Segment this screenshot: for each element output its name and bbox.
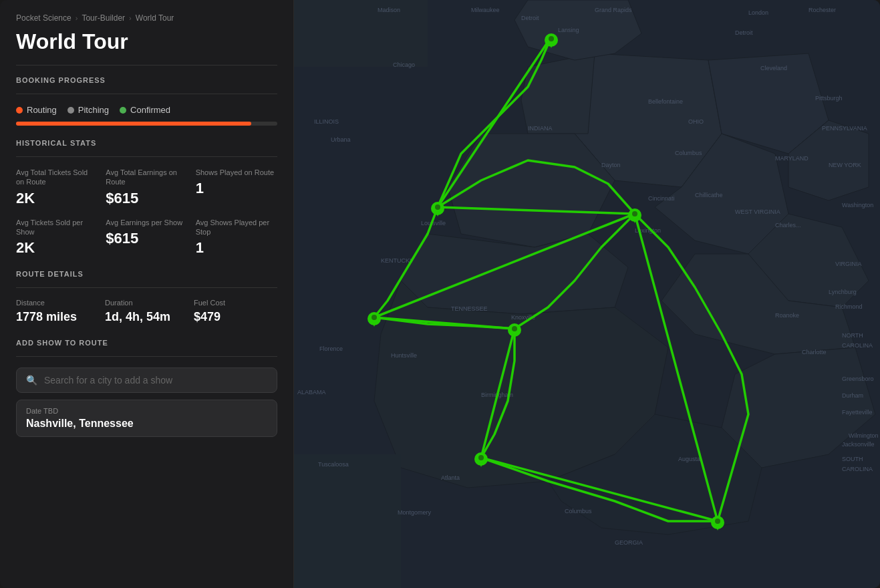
svg-text:Columbus: Columbus — [565, 508, 592, 514]
search-icon: 🔍 — [26, 375, 37, 386]
svg-rect-15 — [294, 0, 428, 67]
svg-text:Jacksonville: Jacksonville — [842, 441, 875, 448]
svg-text:Columbus: Columbus — [675, 150, 702, 156]
svg-text:Montgomery: Montgomery — [398, 509, 432, 516]
svg-text:Lansing: Lansing — [558, 27, 579, 33]
booking-progress-title: BOOKING PROGRESS — [16, 76, 277, 84]
svg-text:Richmond: Richmond — [835, 303, 863, 310]
svg-text:SOUTH: SOUTH — [842, 456, 863, 462]
add-show-divider — [16, 356, 277, 357]
confirmed-dot — [120, 107, 126, 114]
svg-text:Urbana: Urbana — [331, 136, 351, 143]
route-details-section: ROUTE DETAILS Distance 1778 miles Durati… — [16, 270, 277, 325]
stat-avg-shows-per-stop: Avg Shows Played per Stop 1 — [196, 218, 277, 257]
svg-point-77 — [435, 204, 440, 210]
route-details-title: ROUTE DETAILS — [16, 270, 277, 278]
stats-grid: Avg Total Tickets Sold on Route 2K Avg T… — [16, 168, 277, 257]
routing-label: Routing — [27, 105, 57, 115]
svg-text:Huntsville: Huntsville — [391, 352, 417, 359]
svg-point-86 — [512, 326, 517, 331]
svg-point-83 — [372, 315, 377, 320]
routing-dot — [16, 107, 23, 114]
route-duration-label: Duration — [105, 299, 188, 307]
page-title: World Tour — [16, 29, 277, 54]
svg-marker-3 — [448, 134, 615, 247]
svg-text:Bellefontaine: Bellefontaine — [648, 98, 683, 105]
booking-divider — [16, 94, 277, 94]
svg-rect-14 — [294, 454, 401, 588]
svg-text:VIRGINIA: VIRGINIA — [835, 261, 862, 267]
stat-label-shows-played: Shows Played on Route — [196, 168, 277, 177]
route-distance: Distance 1778 miles — [16, 299, 100, 325]
svg-text:Washington: Washington — [842, 202, 873, 208]
stat-avg-tickets-sold: Avg Total Tickets Sold on Route 2K — [16, 168, 98, 207]
svg-text:Cincinnati: Cincinnati — [648, 195, 675, 202]
svg-text:WEST VIRGINIA: WEST VIRGINIA — [735, 208, 780, 215]
breadcrumb-item-3: World Tour — [136, 13, 174, 23]
svg-text:NEW YORK: NEW YORK — [829, 162, 861, 168]
booking-legend: Routing Pitching Confirmed — [16, 105, 277, 115]
svg-text:Chillicathe: Chillicathe — [695, 192, 723, 198]
route-fuel-cost-value: $479 — [194, 309, 277, 325]
confirmed-label: Confirmed — [130, 105, 170, 115]
stat-label-avg-tickets-sold: Avg Total Tickets Sold on Route — [16, 168, 98, 187]
stat-avg-earnings-per-show: Avg Earnings per Show $615 — [106, 218, 187, 257]
svg-text:Chicago: Chicago — [393, 61, 415, 68]
svg-text:CAROLINA: CAROLINA — [842, 466, 873, 472]
show-result-date: Date TBD — [26, 407, 267, 415]
stat-label-avg-shows-per-stop: Avg Shows Played per Stop — [196, 218, 277, 237]
left-panel: Pocket Science › Tour-Builder › World To… — [0, 0, 294, 588]
stat-label-avg-earnings: Avg Total Earnings on Route — [106, 168, 187, 187]
stat-value-avg-earnings: $615 — [106, 190, 187, 207]
show-result[interactable]: Date TBD Nashville, Tennessee — [16, 400, 277, 437]
stat-avg-tickets-per-show: Avg Tickets Sold per Show 2K — [16, 218, 98, 257]
svg-text:Tuscaloosa: Tuscaloosa — [318, 461, 349, 468]
route-grid: Distance 1778 miles Duration 1d, 4h, 54m… — [16, 299, 277, 325]
svg-text:Charlotte: Charlotte — [802, 349, 827, 355]
svg-text:ALABAMA: ALABAMA — [297, 389, 326, 396]
svg-text:Rochester: Rochester — [809, 7, 836, 13]
stat-label-avg-tickets-per-show: Avg Tickets Sold per Show — [16, 218, 98, 237]
stat-value-avg-tickets-per-show: 2K — [16, 239, 98, 257]
breadcrumb-item-2[interactable]: Tour-Builder — [82, 13, 125, 23]
svg-text:TENNESSEE: TENNESSEE — [451, 305, 488, 312]
svg-text:Augusta: Augusta — [678, 456, 700, 462]
search-box[interactable]: 🔍 — [16, 368, 277, 393]
breadcrumb-sep-2: › — [129, 14, 132, 22]
stat-label-avg-earnings-per-show: Avg Earnings per Show — [106, 218, 187, 227]
breadcrumb-item-1[interactable]: Pocket Science — [16, 13, 71, 23]
svg-text:Dayton: Dayton — [601, 162, 621, 168]
map-svg: Detroit D... Madison Milwaukee Grand Rap… — [294, 0, 880, 588]
show-result-city: Nashville, Tennessee — [26, 418, 267, 430]
add-show-title: ADD SHOW TO ROUTE — [16, 339, 277, 347]
stat-value-avg-shows-per-stop: 1 — [196, 239, 277, 257]
svg-text:INDIANA: INDIANA — [528, 125, 553, 132]
progress-bar-fill — [16, 122, 251, 126]
svg-text:Wilmington: Wilmington — [849, 432, 879, 439]
stat-value-avg-tickets-sold: 2K — [16, 190, 98, 207]
svg-point-89 — [478, 455, 484, 460]
svg-text:Lynchburg: Lynchburg — [829, 289, 857, 295]
title-divider — [16, 65, 277, 65]
svg-text:GEORGIA: GEORGIA — [615, 539, 643, 546]
search-input[interactable] — [44, 375, 267, 386]
svg-text:Fayetteville: Fayetteville — [842, 409, 873, 416]
map-panel[interactable]: Detroit D... Madison Milwaukee Grand Rap… — [294, 0, 880, 588]
add-show-section: ADD SHOW TO ROUTE 🔍 Date TBD Nashville, … — [16, 339, 277, 437]
svg-text:Detroit: Detroit — [735, 29, 753, 36]
svg-text:Cleveland: Cleveland — [760, 65, 787, 71]
route-distance-label: Distance — [16, 299, 100, 307]
svg-marker-6 — [401, 234, 628, 314]
legend-confirmed: Confirmed — [120, 105, 170, 115]
pitching-dot — [67, 107, 74, 114]
stat-avg-earnings: Avg Total Earnings on Route $615 — [106, 168, 187, 207]
svg-text:Durham: Durham — [842, 392, 863, 399]
svg-text:Greensboro: Greensboro — [842, 376, 874, 382]
route-fuel-cost-label: Fuel Cost — [194, 299, 277, 307]
svg-text:Detroit: Detroit — [521, 15, 539, 21]
stats-divider — [16, 156, 277, 157]
svg-text:Atlanta: Atlanta — [441, 474, 460, 481]
svg-text:CAROLINA: CAROLINA — [842, 342, 873, 349]
svg-text:Charles...: Charles... — [775, 222, 801, 229]
svg-text:London: London — [748, 9, 768, 16]
